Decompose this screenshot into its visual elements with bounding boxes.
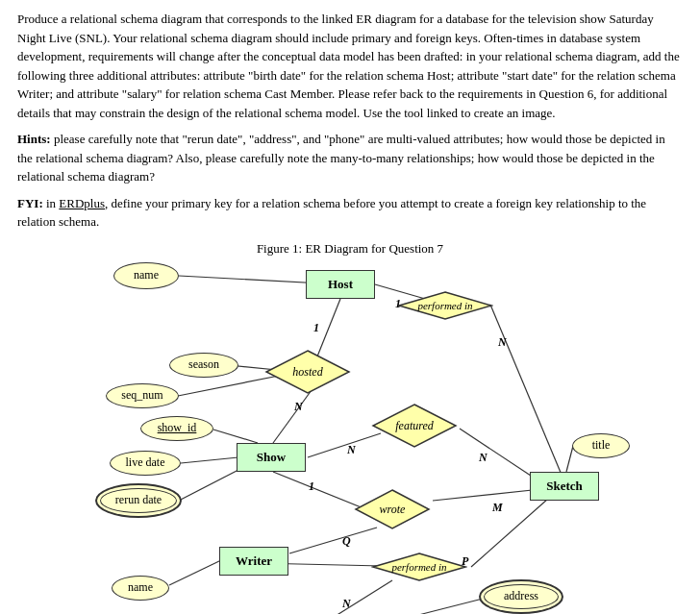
card-M-wrote-sketch: M [492, 501, 503, 515]
card-N-perfin-sketch: N [498, 335, 507, 350]
description-block: Produce a relational schema diagram that… [17, 10, 683, 232]
svg-line-13 [273, 472, 363, 508]
card-N-featured-sketch: N [479, 451, 488, 465]
attr-live-date: live date [110, 451, 181, 476]
svg-line-9 [177, 470, 238, 502]
svg-line-14 [433, 489, 541, 501]
attr-show-id: show_id [140, 416, 213, 441]
entity-writer: Writer [219, 547, 288, 576]
rel-performed-in-top: performed in [397, 290, 493, 325]
attr-season: season [169, 353, 238, 378]
svg-text:performed in: performed in [416, 300, 473, 311]
rel-performed-in-bot: performed in [371, 552, 467, 586]
attr-title: title [572, 433, 630, 458]
rel-hosted: hosted [264, 349, 351, 399]
card-P-perfin-sketch: P [462, 554, 468, 569]
fyi-paragraph: FYI: in ERDplus, define your primary key… [17, 194, 683, 232]
svg-line-17 [471, 499, 548, 567]
card-N-featured-show: N [347, 443, 356, 457]
card-1-wrote-show: 1 [309, 479, 314, 494]
svg-line-8 [181, 457, 238, 463]
card-1-hosted-host: 1 [313, 321, 319, 335]
svg-text:performed in: performed in [390, 561, 447, 573]
card-Q-wrote-writer: Q [342, 534, 351, 549]
rel-featured: featured [371, 403, 458, 453]
attr-address: address [484, 584, 559, 609]
entity-show: Show [237, 443, 306, 472]
diagram-title: Figure 1: ER Diagram for Question 7 [17, 241, 683, 257]
svg-line-12 [566, 446, 573, 472]
svg-line-3 [490, 305, 566, 486]
svg-text:featured: featured [395, 419, 435, 432]
main-paragraph: Produce a relational schema diagram that… [17, 10, 683, 122]
svg-text:wrote: wrote [380, 503, 407, 516]
er-diagram: Figure 1: ER Diagram for Question 7 [17, 241, 683, 615]
rel-wrote: wrote [354, 488, 431, 534]
attr-rerun-date: rerun date [100, 488, 177, 513]
card-N-perfin-cast: N [342, 597, 351, 611]
attr-host-name: name [113, 262, 179, 289]
card-N-hosted-show: N [294, 400, 303, 414]
svg-text:hosted: hosted [292, 365, 323, 379]
card-1-perfin-host: 1 [395, 297, 401, 311]
entity-host: Host [306, 270, 375, 299]
attr-seq-num: seq_num [106, 383, 179, 408]
svg-line-10 [308, 433, 381, 457]
svg-line-7 [213, 430, 258, 443]
svg-line-11 [460, 429, 537, 479]
svg-line-16 [169, 560, 221, 585]
attr-writer-name: name [112, 576, 169, 601]
entity-sketch: Sketch [530, 472, 599, 501]
hints-paragraph: Hints: please carefully note that "rerun… [17, 130, 683, 186]
